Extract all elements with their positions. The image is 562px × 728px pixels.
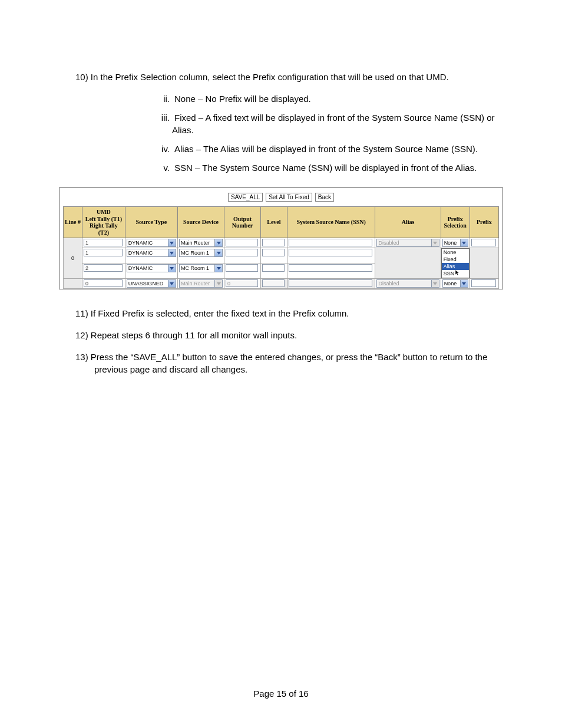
- text-field[interactable]: 2: [84, 264, 123, 272]
- step-12-num: 12): [75, 330, 88, 340]
- step-13-num: 13): [75, 352, 88, 362]
- text-field[interactable]: 1: [84, 249, 123, 256]
- step-11: 11) If Fixed Prefix is selected, enter t…: [94, 307, 503, 320]
- svg-marker-11: [433, 282, 437, 285]
- dropdown-option[interactable]: Fixed: [442, 256, 469, 263]
- chevron-down-icon: [214, 249, 222, 256]
- text-field[interactable]: [289, 264, 373, 272]
- text-field[interactable]: [471, 239, 496, 246]
- table-row: 01DYNAMICMain RouterDisabledNone: [64, 238, 499, 248]
- text-field[interactable]: [226, 264, 258, 272]
- set-all-fixed-button[interactable]: Set All To Fixed: [266, 193, 312, 202]
- col-prefix: Prefix: [470, 207, 498, 238]
- select-field: Disabled: [376, 279, 439, 288]
- text-field[interactable]: [226, 249, 258, 256]
- select-field[interactable]: MC Room 1: [179, 249, 223, 257]
- save-all-button[interactable]: SAVE_ALL: [228, 193, 263, 202]
- select-field[interactable]: None: [442, 279, 468, 288]
- col-line: Line #: [64, 207, 82, 238]
- list-item: iii.Fixed – A fixed text will be display…: [153, 111, 503, 137]
- col-level: Level: [261, 207, 287, 238]
- prefix-selection-dropdown[interactable]: NoneFixedAliasSSN: [441, 248, 470, 278]
- col-ssn: System Source Name (SSN): [287, 207, 375, 238]
- step-13: 13) Press the “SAVE_ALL” button to save …: [94, 351, 503, 377]
- dropdown-option[interactable]: SSN: [442, 270, 469, 278]
- prefix-options-list: ii.None – No Prefix will be displayed. i…: [153, 93, 503, 174]
- back-button[interactable]: Back: [315, 193, 334, 202]
- chevron-down-icon: [168, 280, 176, 287]
- select-field[interactable]: DYNAMIC: [127, 264, 176, 272]
- svg-marker-0: [170, 242, 174, 245]
- chevron-down-icon: [431, 280, 439, 287]
- svg-marker-12: [462, 282, 466, 285]
- list-item: ii.None – No Prefix will be displayed.: [153, 93, 503, 106]
- step-11-text: If Fixed Prefix is selected, enter the f…: [91, 308, 349, 318]
- col-umd: UMD Left Tally (T1) Right Tally (T2): [82, 207, 125, 238]
- text-field: [289, 279, 373, 287]
- step-11-num: 11): [75, 308, 88, 318]
- config-table: Line # UMD Left Tally (T1) Right Tally (…: [63, 206, 499, 289]
- select-field[interactable]: None: [442, 239, 468, 247]
- select-field[interactable]: DYNAMIC: [127, 239, 176, 247]
- col-prefix-selection: Prefix Selection: [441, 207, 470, 238]
- table-row: 0UNASSIGNEDMain Router0DisabledNone: [64, 279, 499, 289]
- text-field: 0: [226, 279, 258, 287]
- svg-marker-1: [217, 242, 221, 245]
- text-field[interactable]: [289, 239, 373, 246]
- chevron-down-icon: [168, 239, 176, 246]
- text-field[interactable]: [262, 249, 285, 256]
- chevron-down-icon: [168, 249, 176, 256]
- config-table-figure: SAVE_ALL Set All To Fixed Back Line # UM…: [59, 187, 503, 290]
- select-field[interactable]: Main Router: [179, 239, 223, 247]
- step-10-num: 10): [75, 72, 88, 82]
- text-field[interactable]: [262, 264, 285, 272]
- col-source-device: Source Device: [177, 207, 224, 238]
- page-footer: Page 15 of 16: [0, 689, 562, 699]
- svg-marker-9: [170, 282, 174, 285]
- svg-marker-8: [217, 267, 221, 270]
- text-field[interactable]: 0: [84, 279, 123, 287]
- text-field[interactable]: [262, 239, 285, 246]
- svg-marker-7: [170, 267, 174, 270]
- list-item: iv.Alias – The Alias will be displayed i…: [153, 143, 503, 156]
- chevron-down-icon: [214, 265, 222, 272]
- text-field: [262, 279, 285, 287]
- select-field: Disabled: [376, 239, 439, 247]
- step-12: 12) Repeat steps 6 through 11 for all mo…: [94, 329, 503, 342]
- svg-marker-6: [455, 270, 459, 275]
- chevron-down-icon: [460, 239, 468, 246]
- list-item: v.SSN – The System Source Name (SSN) wil…: [153, 162, 503, 174]
- select-field: Main Router: [179, 279, 223, 288]
- text-field[interactable]: [289, 249, 373, 256]
- dropdown-option[interactable]: Alias: [442, 263, 469, 270]
- chevron-down-icon: [214, 280, 222, 287]
- chevron-down-icon: [431, 239, 439, 246]
- table-row: 1DYNAMICMC Room 1NoneFixedAliasSSN: [64, 248, 499, 263]
- chevron-down-icon: [168, 265, 176, 272]
- svg-marker-3: [462, 242, 466, 245]
- text-field[interactable]: [471, 279, 496, 287]
- chevron-down-icon: [460, 280, 468, 287]
- step-10-text: In the Prefix Selection column, select t…: [91, 72, 449, 82]
- svg-marker-5: [217, 252, 221, 255]
- text-field[interactable]: [226, 239, 258, 246]
- svg-marker-10: [217, 282, 221, 285]
- col-source-type: Source Type: [125, 207, 177, 238]
- line-cell: 0: [64, 238, 82, 279]
- step-12-text: Repeat steps 6 through 11 for all monito…: [91, 330, 297, 340]
- col-output-number: Output Number: [224, 207, 261, 238]
- step-13-text: Press the “SAVE_ALL” button to save the …: [91, 352, 487, 375]
- svg-marker-4: [170, 252, 174, 255]
- line-cell: [64, 279, 82, 289]
- step-10: 10) In the Prefix Selection column, sele…: [94, 71, 503, 84]
- text-field[interactable]: 1: [84, 239, 123, 246]
- select-field[interactable]: MC Room 1: [179, 264, 223, 272]
- chevron-down-icon: [214, 239, 222, 246]
- dropdown-option[interactable]: None: [442, 249, 469, 256]
- svg-marker-2: [433, 242, 437, 245]
- col-alias: Alias: [375, 207, 441, 238]
- select-field[interactable]: DYNAMIC: [127, 249, 176, 257]
- cursor-icon: [455, 270, 460, 278]
- select-field[interactable]: UNASSIGNED: [127, 279, 176, 288]
